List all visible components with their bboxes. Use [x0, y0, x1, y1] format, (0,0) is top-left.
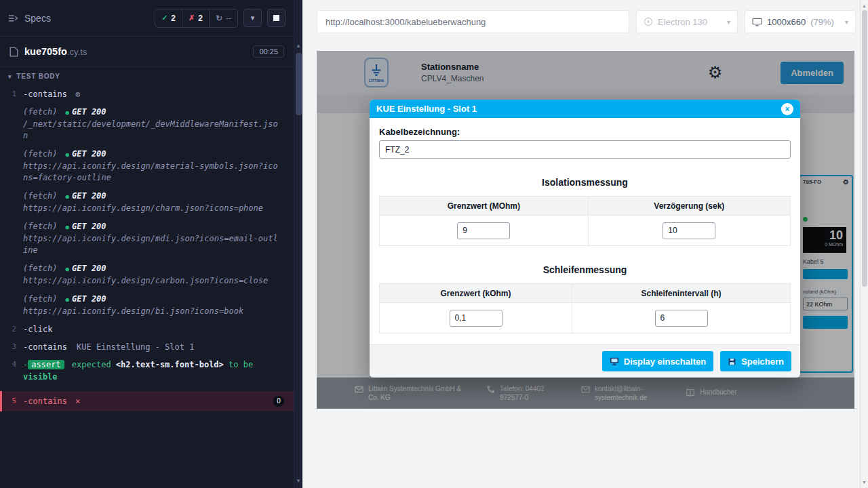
test-stats: ✓ 2 ✗ 2 ↻ -- [155, 9, 238, 28]
schleifenintervall-input[interactable] [655, 310, 708, 327]
modal-title-bar: KUE Einstellung - Slot 1 × [370, 100, 800, 118]
spec-name: kue705fo.cy.ts [24, 46, 87, 57]
fetch-status: GET 200 [72, 149, 106, 159]
stop-button[interactable] [267, 9, 285, 27]
cypress-runner-sidebar: Specs ✓ 2 ✗ 2 ↻ -- ▾ [0, 0, 294, 488]
command-number: 2 [0, 323, 23, 336]
fetch-url: /_next/static/development/_devMiddleware… [23, 119, 279, 142]
command-row-contains-2[interactable]: 3 -containsKUE Einstellung - Slot 1 [0, 338, 294, 356]
table-cell [380, 303, 572, 333]
status-dot-icon: ● [66, 296, 69, 303]
command-row-assert[interactable]: 4 -assert expected <h2.text-sm.font-bold… [0, 356, 294, 386]
scroll-down-icon[interactable]: ▼ [861, 478, 868, 487]
stat-passed[interactable]: ✓ 2 [155, 9, 182, 27]
fetch-status: GET 200 [72, 222, 106, 231]
command-name: -contains [23, 395, 67, 407]
scrollbar-thumb[interactable] [296, 53, 302, 115]
network-log-row[interactable]: (fetch)●GET 200 https://api.iconify.desi… [0, 218, 294, 260]
fetch-url: https://api.iconify.design/carbon.json?i… [23, 275, 279, 287]
fetch-url: https://api.iconify.design/charm.json?ic… [23, 203, 279, 214]
specs-label: Specs [24, 13, 51, 24]
fetch-url: https://api.iconify.design/bi.json?icons… [23, 306, 279, 317]
url-input[interactable] [317, 10, 629, 33]
command-number: 3 [0, 341, 23, 353]
failed-count: 2 [198, 14, 203, 23]
modal-body: Kabelbezeichnung: Isolationsmessung Gren… [370, 118, 800, 333]
spec-file-icon [9, 47, 18, 57]
scroll-up-icon[interactable]: ▲ [294, 41, 302, 50]
display-on-button[interactable]: Display einschalten [602, 351, 713, 371]
command-row-contains-1[interactable]: 1 -contains⚙ [0, 85, 294, 103]
save-button[interactable]: Speichern [720, 351, 791, 371]
viewport-zoom: (79%) [810, 17, 834, 27]
browser-select[interactable]: Electron 130 ▾ [636, 10, 738, 33]
fetch-status: GET 200 [72, 191, 106, 201]
pending-count: -- [226, 14, 231, 23]
grenzwert-mohm-input[interactable] [457, 222, 510, 239]
chevron-down-icon: ▾ [251, 14, 255, 22]
stat-failed[interactable]: ✗ 2 [182, 9, 210, 27]
stop-icon [273, 15, 279, 21]
grenzwert-kohm-input[interactable] [450, 310, 502, 327]
fetch-status: GET 200 [72, 107, 106, 117]
scroll-down-icon[interactable]: ▼ [294, 476, 302, 485]
command-row-failed[interactable]: 5 -contains × 0 [0, 391, 294, 411]
viewport-icon [752, 18, 762, 26]
verzoegerung-input[interactable] [663, 222, 715, 239]
status-dot-icon: ● [66, 193, 69, 200]
scrollbar-thumb[interactable] [862, 10, 867, 287]
specs-button[interactable]: Specs [8, 13, 51, 24]
command-number: 4 [0, 359, 23, 371]
assert-expected: expected [72, 360, 111, 369]
cable-name-input[interactable] [379, 140, 791, 159]
assert-state: visible [23, 372, 58, 382]
command-row-click[interactable]: 2 -click [0, 321, 294, 338]
status-dot-icon: ● [66, 109, 69, 116]
fetch-label: (fetch) [23, 264, 58, 273]
sidebar-scrollbar[interactable]: ▲ ▼ [294, 0, 302, 488]
specs-menu-icon [8, 14, 18, 22]
fetch-label: (fetch) [23, 149, 58, 159]
stat-pending[interactable]: ↻ -- [210, 9, 237, 27]
network-log-row[interactable]: (fetch)●GET 200 https://api.iconify.desi… [0, 260, 294, 290]
network-log-row[interactable]: (fetch)●GET 200 https://api.iconify.desi… [0, 290, 294, 321]
retry-count-badge: 0 [273, 396, 284, 407]
col-grenzwert-kohm: Grenzwert (kOhm) [380, 284, 572, 303]
spec-header[interactable]: kue705fo.cy.ts 00:25 [0, 37, 294, 67]
browser-label: Electron 130 [658, 17, 707, 27]
command-number: 1 [0, 88, 23, 100]
status-dot-icon: ● [66, 224, 69, 230]
collapse-button[interactable]: ▾ [243, 9, 262, 27]
cable-name-label: Kabelbezeichnung: [379, 127, 791, 137]
close-icon[interactable]: × [781, 103, 793, 115]
network-log-row[interactable]: (fetch)●GET 200 https://api.iconify.desi… [0, 187, 294, 218]
scroll-up-icon[interactable]: ▲ [861, 1, 868, 10]
gear-icon: ⚙ [75, 89, 80, 99]
chevron-down-icon: ▾ [727, 18, 730, 26]
table-cell [572, 303, 791, 333]
viewport-select[interactable]: 1000x660 (79%) ▾ [745, 10, 856, 33]
network-log-row[interactable]: (fetch)●GET 200 /_next/static/developmen… [0, 103, 294, 145]
spec-duration-badge: 00:25 [253, 45, 284, 58]
page-scrollbar[interactable]: ▲ ▼ [860, 0, 868, 488]
electron-icon [644, 17, 653, 26]
check-icon: ✓ [161, 14, 167, 22]
aut-toolbar: Electron 130 ▾ 1000x660 (79%) ▾ [317, 10, 856, 33]
command-name: -contains [23, 89, 67, 99]
fetch-label: (fetch) [23, 294, 58, 304]
test-body-toggle[interactable]: ▾ TEST BODY [0, 67, 294, 84]
kue-settings-modal: KUE Einstellung - Slot 1 × Kabelbezeichn… [370, 100, 800, 378]
network-log-row[interactable]: (fetch)●GET 200 https://api.iconify.desi… [0, 145, 294, 187]
floppy-icon [728, 357, 736, 366]
command-log: 1 -contains⚙ (fetch)●GET 200 /_next/stat… [0, 84, 294, 411]
table-cell [588, 216, 790, 246]
fetch-status: GET 200 [72, 264, 106, 273]
assert-selector: <h2.text-sm.font-bold> [116, 360, 224, 369]
passed-count: 2 [171, 14, 176, 23]
isolation-section-title: Isolationsmessung [379, 177, 791, 188]
modal-title: KUE Einstellung - Slot 1 [376, 104, 477, 114]
isolation-table: Grenzwert (MOhm) Verzögerung (sek) [379, 196, 791, 246]
assert-tobe: to be [229, 360, 253, 369]
assert-badge: assert [28, 360, 64, 369]
table-cell [380, 216, 589, 246]
